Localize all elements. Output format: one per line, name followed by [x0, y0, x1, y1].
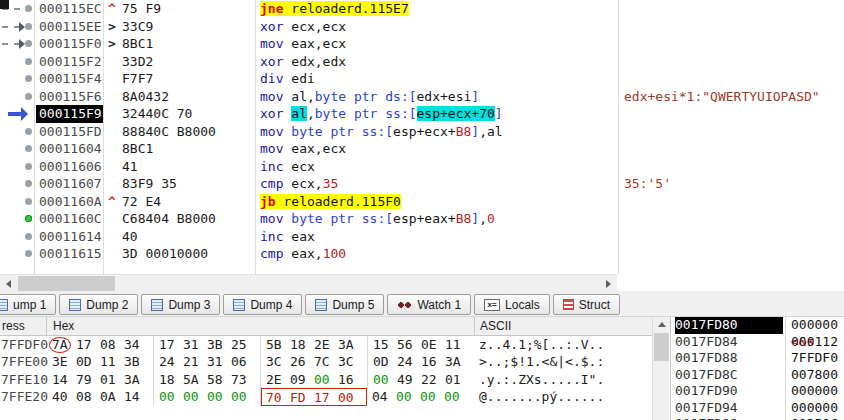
hex-byte[interactable]: 25 — [231, 336, 255, 353]
disasm-row[interactable]: 000115F932440C 70xor al,byte ptr ss:[esp… — [0, 105, 844, 123]
bullet-icon[interactable] — [25, 58, 32, 65]
scroll-right-button[interactable] — [600, 275, 617, 292]
dump-row[interactable]: 7FFE101479013A185A58732E09001600492201.y… — [0, 371, 652, 388]
hex-byte[interactable]: 14 — [124, 388, 148, 405]
scroll-left-button[interactable] — [0, 275, 17, 292]
disasm-row[interactable]: 000116153D 00010000cmp eax,100 — [0, 245, 844, 263]
breakpoint-margin[interactable] — [0, 18, 36, 36]
hex-byte[interactable]: 00 — [314, 371, 338, 388]
stack-row[interactable]: 0017FD887FFDF0 — [671, 350, 844, 367]
disasm-row[interactable]: 000115F0>8BC1mov eax,ecx — [0, 35, 844, 53]
hex-byte[interactable]: 00 — [373, 371, 397, 388]
bullet-icon[interactable] — [25, 163, 32, 170]
hex-byte[interactable]: 0A — [100, 388, 124, 405]
hex-byte[interactable]: 00 — [183, 388, 207, 405]
breakpoint-margin[interactable] — [0, 175, 36, 193]
stack-row[interactable]: 0017FD9800250C — [671, 416, 844, 420]
disasm-row[interactable]: 0001160A^72 E4jb reloaderd.115F0 — [0, 193, 844, 211]
disasm-row[interactable]: 0001161440inc eax — [0, 228, 844, 246]
hex-byte[interactable]: FD — [290, 389, 314, 404]
hex-byte[interactable]: 2E — [314, 336, 338, 353]
bullet-icon[interactable] — [25, 180, 32, 187]
bullet-icon[interactable] — [25, 233, 32, 240]
hex-byte[interactable]: 3B — [207, 336, 231, 353]
hex-byte[interactable]: 00 — [207, 388, 231, 405]
hex-byte[interactable]: 3C — [338, 353, 362, 370]
stack-row[interactable]: 0017FD94000000 — [671, 400, 844, 417]
hex-byte[interactable]: 18 — [290, 336, 314, 353]
breakpoint-margin[interactable] — [0, 140, 36, 158]
bullet-icon[interactable] — [25, 250, 32, 257]
breakpoint-margin[interactable] — [0, 123, 36, 141]
tab-locals[interactable]: x=Locals — [474, 294, 550, 315]
hex-byte[interactable]: 3A — [338, 336, 362, 353]
tab-dump-1[interactable]: ump 1 — [0, 294, 56, 315]
stack-row[interactable]: 0017FD90000000 — [671, 383, 844, 400]
hex-byte[interactable]: 3C — [266, 353, 290, 370]
disasm-row[interactable]: 000115EC^75 F9jne reloaderd.115E7 — [0, 0, 844, 18]
breakpoint-margin[interactable] — [0, 228, 36, 246]
breakpoint-margin[interactable] — [0, 70, 36, 88]
hex-byte[interactable]: 7C — [314, 353, 338, 370]
bullet-icon[interactable] — [25, 93, 32, 100]
disasm-row[interactable]: 000116048BC1mov eax,ecx — [0, 140, 844, 158]
hex-byte[interactable]: 34 — [124, 336, 148, 353]
hex-byte[interactable]: 26 — [290, 353, 314, 370]
breakpoint-margin[interactable] — [0, 53, 36, 71]
bullet-icon[interactable] — [25, 23, 32, 30]
bullet-icon[interactable] — [25, 5, 32, 12]
bullet-icon[interactable] — [25, 40, 32, 47]
hex-byte[interactable]: 31 — [207, 353, 231, 370]
tab-struct[interactable]: Struct — [553, 294, 620, 315]
hex-byte[interactable]: 3A — [445, 353, 469, 370]
disassembly-pane[interactable]: 000115EC^75 F9jne reloaderd.115E7000115E… — [0, 0, 844, 274]
hex-byte[interactable]: 06 — [231, 353, 255, 370]
disasm-row[interactable]: 000115FD88840C B8000mov byte ptr ss:[esp… — [0, 123, 844, 141]
hex-byte[interactable]: 73 — [231, 371, 255, 388]
breakpoint-margin[interactable] — [0, 158, 36, 176]
hex-byte[interactable]: 11 — [100, 353, 124, 370]
hex-byte[interactable]: 5A — [183, 371, 207, 388]
disasm-row[interactable]: 000115F233D2xor edx,edx — [0, 53, 844, 71]
hex-byte[interactable]: 17 — [314, 389, 338, 404]
tab-dump-3[interactable]: Dump 3 — [141, 294, 220, 315]
hex-byte[interactable]: 17 — [159, 336, 183, 353]
hex-byte[interactable]: 11 — [445, 336, 469, 353]
disasm-row[interactable]: 000115F4F7F7div edi — [0, 70, 844, 88]
hex-byte[interactable]: 40 — [52, 388, 76, 405]
stack-row[interactable]: 0017FD8C007800 — [671, 367, 844, 384]
hex-byte[interactable]: 24 — [159, 353, 183, 370]
breakpoint-icon[interactable] — [25, 215, 32, 222]
breakpoint-margin[interactable] — [0, 193, 36, 211]
breakpoint-margin[interactable] — [0, 88, 36, 106]
hex-byte[interactable]: 17 — [76, 336, 100, 353]
hex-byte[interactable]: 56 — [397, 336, 421, 353]
scrollbar-thumb[interactable] — [18, 276, 115, 291]
hex-byte[interactable]: 2E — [266, 371, 290, 388]
hex-byte[interactable]: 00 — [338, 389, 362, 404]
stack-row[interactable]: 0017FD84 <&s000112 — [671, 334, 844, 351]
hex-byte[interactable]: 18 — [159, 371, 183, 388]
hex-byte[interactable]: 31 — [183, 336, 207, 353]
hex-byte[interactable]: 00 — [420, 388, 444, 405]
stack-row[interactable]: 0017FD80000000 — [671, 317, 844, 334]
tab-dump-2[interactable]: Dump 2 — [59, 294, 138, 315]
hex-byte[interactable]: 08 — [100, 336, 124, 353]
hex-byte[interactable]: 15 — [373, 336, 397, 353]
disasm-row[interactable]: 0001160CC68404 B8000mov byte ptr ss:[esp… — [0, 210, 844, 228]
stack-pane[interactable]: 0017FD800000000017FD84 <&s0001120017FD88… — [670, 317, 844, 420]
hex-byte[interactable]: 79 — [76, 371, 100, 388]
tab-watch-1[interactable]: Watch 1 — [387, 294, 471, 315]
dump-vertical-scrollbar[interactable] — [652, 317, 669, 420]
hex-byte[interactable]: 5B — [266, 336, 290, 353]
hex-byte[interactable]: 01 — [445, 371, 469, 388]
disasm-row[interactable]: 000115F68A0432mov al,byte ptr ds:[edx+es… — [0, 88, 844, 106]
hex-byte[interactable]: 70 — [266, 389, 290, 404]
dump-scrollbar-thumb[interactable] — [654, 333, 669, 361]
disasm-row[interactable]: 0001160783F9 35cmp ecx,3535:'5' — [0, 175, 844, 193]
dump-row[interactable]: 7FFE2040080A140000000070FD170004000000@.… — [0, 388, 652, 405]
hex-byte[interactable]: 3A — [124, 371, 148, 388]
hex-byte[interactable]: 49 — [397, 371, 421, 388]
bullet-icon[interactable] — [25, 128, 32, 135]
hex-byte[interactable]: 24 — [397, 353, 421, 370]
